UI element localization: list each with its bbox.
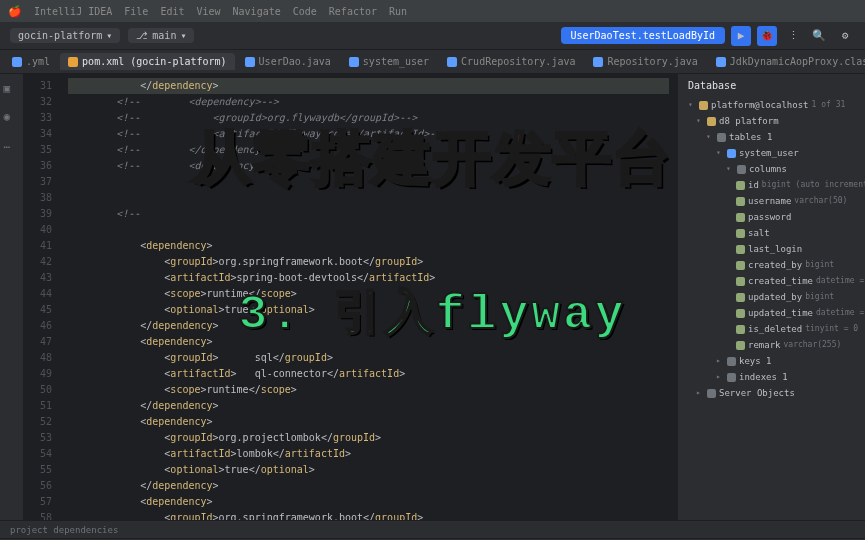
folder-icon <box>727 373 736 382</box>
file-icon <box>349 57 359 67</box>
run-button[interactable]: ▶ <box>731 26 751 46</box>
menubar: 🍎 IntelliJ IDEA File Edit View Navigate … <box>0 0 865 22</box>
more-button[interactable]: ⋮ <box>783 26 803 46</box>
column-node[interactable]: salt <box>684 225 859 241</box>
project-tool-icon[interactable]: ▣ <box>4 82 20 98</box>
file-icon <box>68 57 78 67</box>
more-icon: ⋮ <box>788 29 799 42</box>
menu-item[interactable]: View <box>196 6 220 17</box>
server-objects-node[interactable]: ▸Server Objects <box>684 385 859 401</box>
column-icon <box>736 309 745 318</box>
menu-item[interactable]: Navigate <box>233 6 281 17</box>
columns-node[interactable]: ▾columns <box>684 161 859 177</box>
column-icon <box>736 245 745 254</box>
chevron-down-icon: ▾ <box>180 30 186 41</box>
database-icon <box>699 101 708 110</box>
structure-tool-icon[interactable]: … <box>4 138 20 154</box>
overlay-title: 从零搭建开发平台 <box>193 120 673 198</box>
column-node[interactable]: updated_time datetime = CURRENT_TIMESTAM… <box>684 305 859 321</box>
play-icon: ▶ <box>738 29 745 42</box>
column-icon <box>736 229 745 238</box>
column-icon <box>736 341 745 350</box>
column-node[interactable]: updated_by bigint <box>684 289 859 305</box>
column-icon <box>736 261 745 270</box>
keys-node[interactable]: ▸keys 1 <box>684 353 859 369</box>
column-node[interactable]: remark varchar(255) <box>684 337 859 353</box>
column-icon <box>736 293 745 302</box>
column-node[interactable]: last_login <box>684 241 859 257</box>
database-panel-title: Database <box>684 80 859 91</box>
datasource-node[interactable]: ▾platform@localhost 1 of 31 <box>684 97 859 113</box>
column-node[interactable]: is_deleted tinyint = 0 <box>684 321 859 337</box>
project-selector[interactable]: gocin-platform ▾ <box>10 28 120 43</box>
folder-icon <box>707 389 716 398</box>
file-icon <box>12 57 22 67</box>
column-node[interactable]: created_time datetime = CURRENT_TIMESTAM… <box>684 273 859 289</box>
database-tree: ▾platform@localhost 1 of 31 ▾d8 platform… <box>684 97 859 401</box>
chevron-down-icon: ▾ <box>106 30 112 41</box>
editor-tab[interactable]: Repository.java <box>585 53 705 70</box>
left-tool-gutter: ▣ ◉ … <box>0 74 24 520</box>
editor-tabs: .ymlpom.xml (gocin-platform)UserDao.java… <box>0 50 865 74</box>
column-icon <box>736 213 745 222</box>
menu-item[interactable]: Run <box>389 6 407 17</box>
menu-item[interactable]: Refactor <box>329 6 377 17</box>
editor-tab[interactable]: .yml <box>4 53 58 70</box>
debug-button[interactable]: 🐞 <box>757 26 777 46</box>
column-node[interactable]: password <box>684 209 859 225</box>
bug-icon: 🐞 <box>760 29 774 42</box>
editor-tab[interactable]: UserDao.java <box>237 53 339 70</box>
breadcrumb-left: project dependencies <box>10 525 118 535</box>
schema-node[interactable]: ▾d8 platform <box>684 113 859 129</box>
folder-icon <box>717 133 726 142</box>
column-node[interactable]: username varchar(50) <box>684 193 859 209</box>
file-icon <box>245 57 255 67</box>
folder-icon <box>737 165 746 174</box>
toolbar: gocin-platform ▾ ⎇ main ▾ UserDaoTest.te… <box>0 22 865 50</box>
column-node[interactable]: id bigint (auto increment) <box>684 177 859 193</box>
column-icon <box>736 197 745 206</box>
search-button[interactable]: 🔍 <box>809 26 829 46</box>
file-icon <box>593 57 603 67</box>
settings-button[interactable]: ⚙ <box>835 26 855 46</box>
commit-tool-icon[interactable]: ◉ <box>4 110 20 126</box>
branch-icon: ⎇ <box>136 30 148 41</box>
menu-item[interactable]: Code <box>293 6 317 17</box>
editor-tab[interactable]: system_user <box>341 53 437 70</box>
apple-icon: 🍎 <box>8 5 22 18</box>
column-icon <box>736 325 745 334</box>
column-icon <box>736 277 745 286</box>
tables-node[interactable]: ▾tables 1 <box>684 129 859 145</box>
table-icon <box>727 149 736 158</box>
run-config-selector[interactable]: UserDaoTest.testLoadById <box>561 27 726 44</box>
menu-item[interactable]: File <box>124 6 148 17</box>
search-icon: 🔍 <box>812 29 826 42</box>
branch-selector[interactable]: ⎇ main ▾ <box>128 28 194 43</box>
column-node[interactable]: created_by bigint <box>684 257 859 273</box>
folder-icon <box>727 357 736 366</box>
column-icon <box>736 181 745 190</box>
schema-icon <box>707 117 716 126</box>
editor-tab[interactable]: JdkDynamicAopProxy.class <box>708 53 865 70</box>
file-icon <box>447 57 457 67</box>
table-node[interactable]: ▾system_user <box>684 145 859 161</box>
menu-item[interactable]: IntelliJ IDEA <box>34 6 112 17</box>
gear-icon: ⚙ <box>842 29 849 42</box>
database-panel: Database ▾platform@localhost 1 of 31 ▾d8… <box>677 74 865 520</box>
editor-tab[interactable]: CrudRepository.java <box>439 53 583 70</box>
editor-tab[interactable]: pom.xml (gocin-platform) <box>60 53 235 70</box>
file-icon <box>716 57 726 67</box>
indexes-node[interactable]: ▸indexes 1 <box>684 369 859 385</box>
line-numbers: 31 32 33 34 35 36 37 38 39 40 41 42 43 4… <box>24 74 60 520</box>
breadcrumb-bar: project dependencies <box>0 520 865 538</box>
menu-item[interactable]: Edit <box>160 6 184 17</box>
overlay-subtitle: 3. 引入flyway <box>238 280 626 344</box>
